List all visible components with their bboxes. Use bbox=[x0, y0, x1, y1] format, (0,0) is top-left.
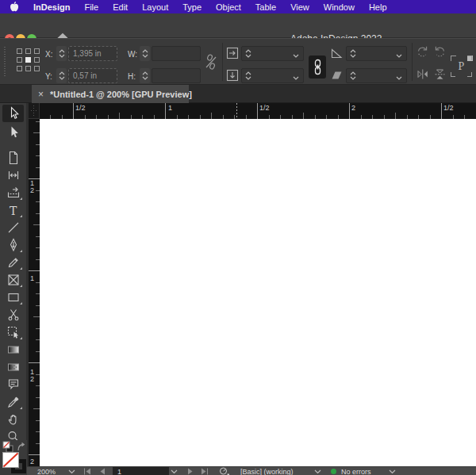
scale-y-icon bbox=[226, 69, 239, 82]
control-panel: X: Y: W: H: bbox=[0, 38, 476, 85]
selection-tool[interactable] bbox=[2, 105, 24, 122]
shear-stepper-icon[interactable] bbox=[350, 71, 356, 80]
zoom-level-value[interactable]: 200% bbox=[37, 467, 56, 475]
scale-x-icon bbox=[226, 47, 239, 59]
y-stepper[interactable] bbox=[56, 68, 67, 83]
rotate-clockwise-icon[interactable] bbox=[416, 45, 429, 59]
x-field[interactable] bbox=[68, 46, 117, 61]
scale-y-stepper-icon[interactable] bbox=[245, 71, 251, 80]
tools-panel-bottom bbox=[0, 440, 27, 475]
last-page-icon[interactable] bbox=[201, 467, 209, 475]
note-tool[interactable] bbox=[2, 376, 24, 393]
error-status-dot bbox=[331, 467, 336, 475]
reference-point-proxy[interactable] bbox=[17, 48, 41, 73]
svg-text:T: T bbox=[10, 205, 17, 217]
x-stepper[interactable] bbox=[56, 46, 67, 61]
menu-item-object[interactable]: Object bbox=[209, 2, 248, 12]
first-page-icon[interactable] bbox=[83, 467, 91, 475]
flyout-indicator-icon bbox=[20, 267, 22, 270]
scale-x-combo[interactable] bbox=[241, 46, 304, 61]
type-tool[interactable]: T bbox=[2, 201, 24, 219]
eyedropper-tool[interactable] bbox=[2, 393, 24, 411]
page-dropdown-icon[interactable] bbox=[171, 467, 178, 475]
indesign-window: InDesignFileEditLayoutTypeObjectTableVie… bbox=[0, 0, 476, 475]
pencil-tool[interactable] bbox=[2, 254, 24, 271]
gap-tool[interactable] bbox=[2, 167, 24, 184]
menu-item-layout[interactable]: Layout bbox=[135, 2, 175, 12]
ruler-origin-box[interactable] bbox=[29, 103, 40, 119]
tab-title: *Untitled-1 @ 200% [GPU Preview] bbox=[50, 90, 192, 99]
frame-tool[interactable] bbox=[2, 271, 24, 289]
page-tool[interactable] bbox=[2, 149, 24, 167]
ruler-label: 1/2 bbox=[259, 105, 270, 112]
scissors-tool[interactable] bbox=[2, 306, 24, 324]
menu-items: InDesignFileEditLayoutTypeObjectTableVie… bbox=[26, 0, 394, 14]
menu-item-type[interactable]: Type bbox=[175, 2, 209, 12]
shear-angle-icon bbox=[331, 70, 343, 81]
document-tab-bar: × *Untitled-1 @ 200% [GPU Preview] bbox=[0, 85, 476, 103]
preflight-profile-value[interactable]: [Basic] (working) bbox=[240, 467, 294, 475]
zoom-dropdown-icon[interactable] bbox=[68, 467, 75, 475]
document-tab[interactable]: × *Untitled-1 @ 200% [GPU Preview] bbox=[32, 85, 189, 103]
menu-item-view[interactable]: View bbox=[283, 2, 317, 12]
y-field[interactable] bbox=[68, 68, 117, 83]
hand-tool[interactable] bbox=[2, 411, 24, 428]
menu-bar: InDesignFileEditLayoutTypeObjectTableVie… bbox=[0, 0, 476, 13]
free-transform-tool[interactable] bbox=[2, 324, 24, 341]
rotation-stepper-icon[interactable] bbox=[350, 49, 356, 58]
w-field[interactable] bbox=[152, 46, 201, 61]
rotate-counterclockwise-icon[interactable] bbox=[433, 45, 447, 59]
h-field[interactable] bbox=[152, 68, 201, 83]
shear-combo[interactable] bbox=[346, 68, 407, 83]
gradient-swatch-tool[interactable] bbox=[2, 341, 24, 358]
menu-item-indesign[interactable]: InDesign bbox=[26, 2, 77, 12]
preflight-dropdown-icon[interactable] bbox=[314, 467, 321, 475]
ruler-label: 1 bbox=[168, 105, 172, 112]
content-collector-tool[interactable] bbox=[2, 184, 24, 201]
menu-item-window[interactable]: Window bbox=[317, 2, 362, 12]
next-page-icon[interactable] bbox=[187, 467, 194, 475]
apple-logo-icon[interactable] bbox=[9, 2, 19, 13]
constrain-dimensions-broken-chain-icon[interactable] bbox=[204, 53, 218, 71]
rectangle-tool[interactable] bbox=[2, 289, 24, 306]
error-status-value[interactable]: No errors bbox=[341, 467, 371, 475]
pen-tool[interactable] bbox=[2, 236, 24, 254]
ruler-label: 1/2 bbox=[75, 105, 86, 112]
scale-y-dropdown-icon[interactable] bbox=[293, 69, 299, 83]
document-canvas[interactable] bbox=[40, 119, 476, 466]
rotation-combo[interactable] bbox=[346, 46, 407, 61]
fill-none-stroke-swatch[interactable] bbox=[2, 451, 28, 475]
panel-grip-handle[interactable] bbox=[4, 47, 6, 77]
menu-item-file[interactable]: File bbox=[77, 2, 106, 12]
scale-x-dropdown-icon[interactable] bbox=[293, 47, 299, 61]
error-dropdown-icon[interactable] bbox=[389, 467, 396, 475]
vertical-ruler[interactable]: 1 211 22 bbox=[29, 119, 40, 466]
flip-vertical-icon[interactable] bbox=[433, 67, 447, 81]
w-label: W: bbox=[128, 50, 137, 59]
flyout-indicator-icon bbox=[20, 337, 22, 339]
scale-y-combo[interactable] bbox=[241, 68, 304, 83]
menu-item-table[interactable]: Table bbox=[248, 2, 283, 12]
flip-horizontal-icon[interactable] bbox=[416, 67, 429, 81]
line-tool[interactable] bbox=[2, 219, 24, 236]
y-label: Y: bbox=[45, 72, 52, 81]
flyout-indicator-icon bbox=[20, 197, 22, 200]
tab-close-icon[interactable]: × bbox=[38, 90, 44, 99]
flyout-indicator-icon bbox=[20, 215, 22, 217]
scale-x-stepper-icon[interactable] bbox=[245, 49, 251, 58]
menu-item-edit[interactable]: Edit bbox=[106, 2, 135, 12]
select-container-p-icon[interactable]: P bbox=[451, 56, 472, 77]
horizontal-ruler[interactable]: 1/211/221/2 bbox=[40, 103, 476, 119]
constrain-scale-chain-icon[interactable] bbox=[309, 56, 326, 79]
direct-selection-tool[interactable] bbox=[2, 124, 24, 141]
w-stepper[interactable] bbox=[140, 46, 150, 61]
h-stepper[interactable] bbox=[140, 68, 150, 83]
shear-dropdown-icon[interactable] bbox=[396, 69, 402, 83]
page-number-field[interactable] bbox=[113, 467, 169, 475]
gradient-feather-tool[interactable] bbox=[2, 358, 24, 376]
rotation-dropdown-icon[interactable] bbox=[396, 47, 402, 61]
menu-item-help[interactable]: Help bbox=[362, 2, 394, 12]
preflight-icon[interactable] bbox=[219, 467, 230, 475]
rotation-angle-icon bbox=[331, 48, 343, 59]
previous-page-icon[interactable] bbox=[99, 467, 106, 475]
